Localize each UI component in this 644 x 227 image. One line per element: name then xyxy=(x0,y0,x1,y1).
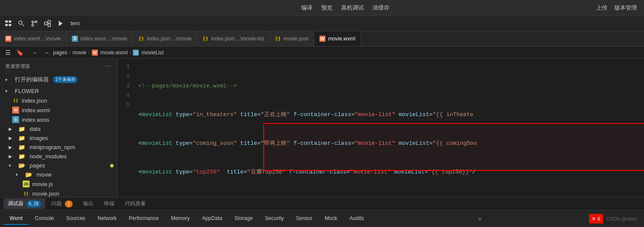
expand-arrow-icon: ▾ xyxy=(5,77,12,82)
preview-btn[interactable]: 预览 xyxy=(321,4,332,12)
tab-index-wxml-movie[interactable]: W index.wxml ...\movie xyxy=(0,31,67,46)
sidebar-item-index-wxml[interactable]: W index.wxml xyxy=(0,105,117,115)
json-icon: {·} xyxy=(202,36,208,42)
svg-rect-1 xyxy=(9,20,11,23)
devtab-appdata[interactable]: AppData xyxy=(196,213,228,225)
folder-label: data xyxy=(30,126,40,132)
source-control-icon[interactable] xyxy=(30,19,39,28)
clear-cache-btn[interactable]: 清缓存 xyxy=(372,4,389,12)
folder-icon: 📁 xyxy=(18,144,25,150)
debugger-label: 调试器 xyxy=(8,200,23,207)
terminal-tab[interactable]: 终端 xyxy=(100,198,119,209)
code-quality-tab[interactable]: 代码质量 xyxy=(121,198,150,209)
devtab-storage[interactable]: Storage xyxy=(228,213,259,225)
search-icon[interactable] xyxy=(17,19,26,28)
svg-line-5 xyxy=(22,24,24,26)
compile-btn[interactable]: 编译 xyxy=(301,4,312,12)
flower-header[interactable]: ▾ FLOWER xyxy=(0,87,117,96)
forward-btn[interactable]: → xyxy=(42,48,51,57)
file-explorer-icon[interactable] xyxy=(3,19,13,28)
devtab-wxml[interactable]: Wxml xyxy=(3,213,29,225)
devtab-audits[interactable]: Audits xyxy=(343,213,370,225)
bookmark-icon[interactable]: 🔖 xyxy=(14,48,25,57)
extensions-icon[interactable] xyxy=(43,19,52,28)
flower-label: FLOWER xyxy=(15,88,39,94)
devtab-mock[interactable]: Mock xyxy=(319,213,343,225)
problems-badge: 1 xyxy=(65,200,73,207)
folder-label: movie xyxy=(37,171,52,178)
problems-tab[interactable]: 问题 1 xyxy=(47,198,77,209)
folder-arrow-icon: ▾ xyxy=(9,163,16,168)
file-tabs: W index.wxml ...\movie S index.wxss ...\… xyxy=(0,31,644,47)
sidebar-item-index-json[interactable]: {·} index.json xyxy=(0,96,117,105)
sidebar-item-miniprogram-npm-folder[interactable]: ▶ 📁 miniprogram_npm xyxy=(0,143,117,152)
devtab-security[interactable]: Security xyxy=(259,213,290,225)
tab-index-json-movielist[interactable]: {·} index.json ...\movie-list xyxy=(197,31,269,46)
svg-rect-10 xyxy=(48,20,50,23)
split-editor-icon[interactable]: ☰ xyxy=(3,48,13,57)
devtab-sources[interactable]: Sources xyxy=(60,213,91,225)
folder-icon: 📂 xyxy=(18,162,25,169)
crumb-movie[interactable]: movie xyxy=(73,50,87,56)
modified-dot xyxy=(110,164,114,167)
devtab-audits-label: Audits xyxy=(349,215,364,221)
problems-label: 问题 xyxy=(51,200,62,207)
open-editors-section: ▾ 打开的编辑器 1个未保存 xyxy=(0,73,117,86)
json-file-icon: {·} xyxy=(12,97,19,104)
json-icon: {·} xyxy=(138,36,144,42)
sidebar-item-index-wxss[interactable]: S index.wxss xyxy=(0,115,117,124)
devtab-console[interactable]: Console xyxy=(29,213,60,225)
tab-label: movie.wxml xyxy=(328,36,356,42)
open-editors-header[interactable]: ▾ 打开的编辑器 1个未保存 xyxy=(0,74,117,85)
devtab-network[interactable]: Network xyxy=(91,213,123,225)
code-lines[interactable]: <!--pages/movie/movie.wxml--> <movieList… xyxy=(135,62,644,194)
devtab-memory[interactable]: Memory xyxy=(165,213,196,225)
tab-index-wxss-movie[interactable]: S index.wxss ...\movie xyxy=(67,31,133,46)
code-content[interactable]: 1 2 3 4 5 <!--pages/movie/movie.wxml--> … xyxy=(117,59,644,197)
folder-arrow-icon: ▶ xyxy=(9,127,16,131)
device-debug-btn[interactable]: 真机调试 xyxy=(341,4,364,12)
crumb-pages[interactable]: pages xyxy=(53,50,67,56)
devtab-sensor[interactable]: Sensor xyxy=(290,213,319,225)
sidebar-item-node-modules-folder[interactable]: ▶ 📁 node_modules xyxy=(0,152,117,161)
run-debug-icon[interactable] xyxy=(56,19,65,28)
wxml-file-icon: W xyxy=(12,107,19,114)
tab-movie-json[interactable]: {·} movie.json xyxy=(270,31,314,46)
sidebar-item-movie-js[interactable]: JS movie.js xyxy=(0,179,117,189)
output-tab[interactable]: 输出 xyxy=(79,198,98,209)
tab-movie-wxml[interactable]: W movie.wxml xyxy=(314,31,361,46)
page-crumb-icon: ◻ xyxy=(133,50,139,56)
json-file-icon: {·} xyxy=(23,190,30,197)
sidebar-item-movie-folder[interactable]: ▾ 📂 movie xyxy=(0,170,117,179)
sidebar-item-data-folder[interactable]: ▶ 📁 data xyxy=(0,124,117,134)
line-numbers: 1 2 3 4 5 xyxy=(117,62,135,194)
sidebar-item-images-folder[interactable]: ▶ 📁 images xyxy=(0,134,117,143)
csdn-label: CSDN @wlsm xyxy=(603,216,641,221)
crumb-movielist[interactable]: movieList xyxy=(141,50,164,56)
folder-arrow-icon: ▶ xyxy=(9,145,16,150)
upload-btn[interactable]: 上传 xyxy=(596,4,607,12)
devtab-console-label: Console xyxy=(35,215,54,221)
tab-index-json-movie[interactable]: {·} index.json ...\movie xyxy=(133,31,197,46)
breadcrumb: ☰ 🔖 ← → pages › movie › W movie.wxml › ◻… xyxy=(0,47,644,59)
devtab-performance[interactable]: Performance xyxy=(123,213,165,225)
top-toolbar-right: 上传 版本管理 xyxy=(596,4,637,12)
svg-rect-11 xyxy=(48,24,50,27)
folder-arrow-icon: ▶ xyxy=(9,136,16,140)
json-icon: {·} xyxy=(275,36,281,42)
version-manage-btn[interactable]: 版本管理 xyxy=(614,4,637,12)
crumb-movie-wxml[interactable]: movie.wxml xyxy=(101,50,128,56)
sidebar-menu-icon[interactable]: ··· xyxy=(105,62,112,70)
sidebar-item-pages-folder[interactable]: ▾ 📂 pages xyxy=(0,161,117,170)
expand-arrow-icon: ▾ xyxy=(5,89,12,93)
debugger-tab[interactable]: 调试器 6, 28 xyxy=(3,198,45,209)
open-editors-label: 打开的编辑器 xyxy=(15,76,49,83)
wxml-icon: W xyxy=(5,36,11,42)
tab-label: index.json ...\movie-list xyxy=(211,36,264,42)
devtab-mock-label: Mock xyxy=(325,215,337,221)
tab-label: movie.json xyxy=(284,36,309,42)
more-devtools-btn[interactable]: » xyxy=(474,214,485,224)
wxml-crumb-icon: W xyxy=(92,50,98,56)
sidebar-item-movie-json[interactable]: {·} movie.json xyxy=(0,189,117,197)
back-btn[interactable]: ← xyxy=(30,48,40,57)
